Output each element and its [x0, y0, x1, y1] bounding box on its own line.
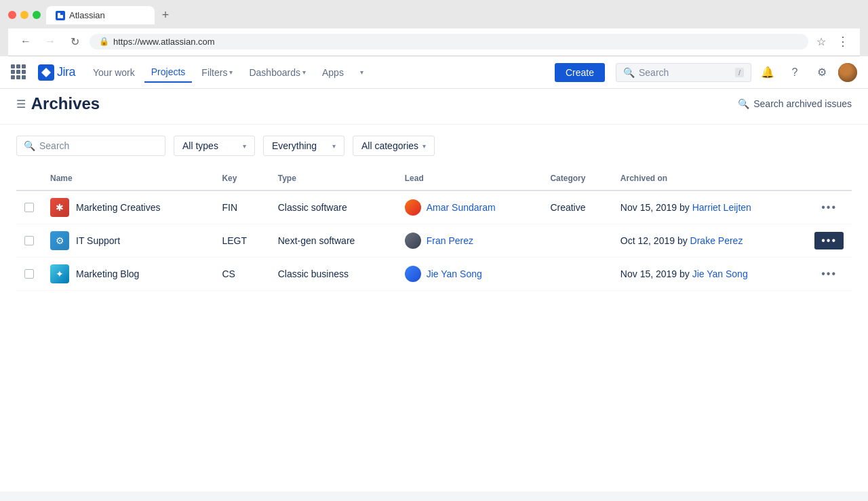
search-box-text: Search	[639, 67, 731, 78]
nav-filters[interactable]: Filters ▾	[195, 63, 239, 82]
row-checkbox-cell	[16, 258, 42, 291]
search-filter-input[interactable]	[39, 140, 158, 151]
maximize-button[interactable]	[33, 11, 41, 19]
row-checkbox[interactable]	[24, 236, 34, 245]
lead-link[interactable]: Amar Sundaram	[427, 202, 496, 213]
row-lead-cell: Amar Sundaram	[397, 191, 542, 224]
tab-title: Atlassian	[69, 10, 105, 20]
active-tab[interactable]: Atlassian	[46, 6, 155, 24]
row-archived-on-cell: Oct 12, 2019 by Drake Perez •••	[612, 224, 852, 258]
help-button[interactable]: ?	[784, 62, 806, 83]
everything-filter-label: Everything	[272, 140, 317, 151]
archives-wrapper: ☰ Archives 🔍 Search archived issues 🔍 Al…	[0, 89, 868, 492]
search-box[interactable]: 🔍 Search /	[616, 63, 751, 82]
minimize-button[interactable]	[20, 11, 28, 19]
lead-avatar	[405, 199, 421, 216]
address-bar: ← → ↻ 🔒 https://www.atlassian.com ☆ ⋮	[8, 28, 860, 56]
search-filter[interactable]: 🔍	[16, 136, 165, 156]
more-options-button[interactable]: •••	[814, 264, 844, 283]
archived-by-link[interactable]: Harriet Leijten	[692, 202, 751, 213]
project-icon: ✦	[50, 264, 69, 283]
row-key-cell: FIN	[214, 191, 269, 224]
bookmark-button[interactable]: ☆	[814, 33, 829, 51]
titlebar: Atlassian +	[8, 5, 860, 24]
project-name-wrapper: ✦ Marketing Blog	[50, 264, 205, 283]
table-body: ✱ Marketing Creatives FIN Classic softwa…	[16, 191, 852, 291]
more-options-button[interactable]: •••	[814, 198, 844, 217]
nav-projects[interactable]: Projects	[144, 62, 193, 83]
tab-bar: Atlassian +	[46, 5, 175, 24]
browser-chrome: Atlassian + ← → ↻ 🔒 https://www.atlassia…	[0, 0, 868, 56]
nav-links: Your work Projects Filters ▾ Dashboards …	[86, 62, 544, 83]
th-name: Name	[42, 167, 214, 191]
archived-date: Oct 12, 2019 by Drake Perez	[620, 235, 743, 246]
row-type-cell: Classic software	[270, 191, 397, 224]
row-name-cell: ✦ Marketing Blog	[42, 258, 214, 291]
archives-title: Archives	[31, 94, 738, 113]
project-name: Marketing Creatives	[76, 202, 161, 213]
row-type-cell: Next-gen software	[270, 224, 397, 258]
row-key-cell: CS	[214, 258, 269, 291]
project-icon: ✱	[50, 198, 69, 217]
avatar-image	[838, 63, 857, 82]
close-button[interactable]	[8, 11, 16, 19]
chevron-down-icon: ▾	[422, 142, 426, 150]
refresh-button[interactable]: ↻	[65, 32, 84, 51]
chevron-down-icon: ▾	[243, 142, 246, 150]
th-type: Type	[270, 167, 397, 191]
url-text: https://www.atlassian.com	[113, 37, 215, 47]
archived-by-link[interactable]: Jie Yan Song	[692, 268, 748, 279]
lead-wrapper: Jie Yan Song	[405, 266, 534, 282]
archived-on-wrapper: Nov 15, 2019 by Harriet Leijten •••	[620, 198, 844, 217]
row-key-cell: LEGT	[214, 224, 269, 258]
sidebar-toggle-icon[interactable]: ☰	[16, 98, 26, 111]
category-filter[interactable]: All categories ▾	[353, 136, 435, 156]
nav-right: 🔍 Search / 🔔 ? ⚙	[616, 62, 857, 83]
svg-rect-1	[60, 15, 63, 18]
jira-logo[interactable]: Jira	[38, 64, 75, 81]
row-checkbox-cell	[16, 224, 42, 258]
settings-button[interactable]: ⚙	[811, 62, 833, 83]
archived-on-wrapper: Nov 15, 2019 by Jie Yan Song •••	[620, 264, 844, 283]
row-category-cell: Creative	[542, 191, 612, 224]
nav-dashboards[interactable]: Dashboards ▾	[242, 63, 313, 82]
more-options-button[interactable]: •••	[814, 232, 844, 249]
row-checkbox[interactable]	[24, 269, 34, 279]
category-filter-label: All categories	[361, 140, 418, 151]
browser-menu-button[interactable]: ⋮	[834, 31, 852, 52]
archives-table: Name Key Type Lead Category Archived on …	[16, 167, 852, 291]
archived-date: Nov 15, 2019 by Harriet Leijten	[620, 202, 751, 213]
svg-rect-0	[58, 13, 60, 18]
lead-link[interactable]: Jie Yan Song	[427, 268, 482, 279]
type-filter[interactable]: All types ▾	[174, 136, 255, 156]
user-avatar[interactable]	[838, 63, 857, 82]
archived-by-link[interactable]: Drake Perez	[690, 235, 743, 246]
apps-grid-icon[interactable]	[11, 64, 27, 81]
nav-apps[interactable]: Apps	[315, 63, 351, 82]
row-checkbox-cell	[16, 191, 42, 224]
notifications-button[interactable]: 🔔	[757, 62, 778, 83]
table-row: ✱ Marketing Creatives FIN Classic softwa…	[16, 191, 852, 224]
lead-link[interactable]: Fran Perez	[427, 235, 473, 246]
nav-your-work[interactable]: Your work	[86, 63, 142, 82]
row-name-cell: ✱ Marketing Creatives	[42, 191, 214, 224]
search-archived-label: Search archived issues	[753, 98, 852, 109]
th-lead: Lead	[397, 167, 542, 191]
chevron-down-icon: ▾	[229, 68, 233, 76]
forward-button[interactable]: →	[41, 32, 60, 51]
search-filter-icon: 🔍	[24, 140, 35, 151]
chevron-down-icon: ▾	[332, 142, 336, 150]
lead-wrapper: Amar Sundaram	[405, 199, 534, 216]
new-tab-button[interactable]: +	[156, 5, 175, 24]
back-button[interactable]: ←	[16, 32, 35, 51]
everything-filter[interactable]: Everything ▾	[263, 136, 344, 156]
url-bar[interactable]: 🔒 https://www.atlassian.com	[90, 34, 808, 49]
th-checkbox	[16, 167, 42, 191]
create-button[interactable]: Create	[555, 63, 605, 82]
lead-wrapper: Fran Perez	[405, 233, 534, 249]
project-name-wrapper: ⚙ IT Support	[50, 231, 205, 250]
search-archived-button[interactable]: 🔍 Search archived issues	[738, 98, 852, 109]
top-nav: Jira Your work Projects Filters ▾ Dashbo…	[0, 56, 868, 89]
row-checkbox[interactable]	[24, 203, 34, 212]
lock-icon: 🔒	[99, 37, 109, 46]
